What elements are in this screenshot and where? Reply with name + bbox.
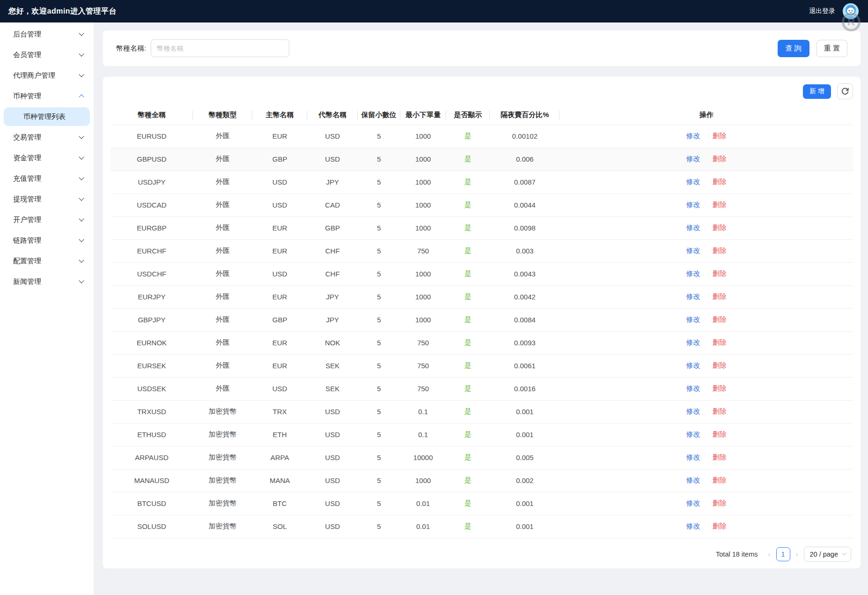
delete-link[interactable]: 删除 (713, 246, 727, 254)
cell-decimals: 5 (358, 469, 400, 492)
edit-link[interactable]: 修改 (686, 499, 700, 507)
cell-quote-currency: SEK (307, 377, 358, 400)
cell-decimals: 5 (358, 193, 400, 216)
edit-link[interactable]: 修改 (686, 430, 700, 438)
currency-name-input[interactable] (151, 39, 289, 57)
sidebar-item[interactable]: 后台管理 (0, 24, 94, 45)
sidebar-item[interactable]: 代理商户管理 (0, 65, 94, 86)
delete-link[interactable]: 删除 (713, 338, 727, 346)
cell-overnight-fee: 0.0087 (490, 171, 559, 193)
cell-min-order-qty: 1000 (400, 193, 446, 216)
sidebar-item-label: 链路管理 (13, 236, 41, 245)
edit-link[interactable]: 修改 (686, 476, 700, 484)
chevron-down-icon (79, 175, 84, 180)
cell-base-currency: USD (252, 262, 307, 285)
sidebar-item[interactable]: 会员管理 (0, 45, 94, 65)
edit-link[interactable]: 修改 (686, 384, 700, 392)
delete-link[interactable]: 删除 (713, 292, 727, 300)
edit-link[interactable]: 修改 (686, 132, 700, 140)
cell-decimals: 5 (358, 377, 400, 400)
edit-link[interactable]: 修改 (686, 223, 700, 231)
sidebar-subitem[interactable]: 币种管理列表 (4, 107, 90, 126)
sidebar-item[interactable]: 新闻管理 (0, 271, 94, 292)
edit-link[interactable]: 修改 (686, 453, 700, 461)
query-button[interactable]: 查 詢 (778, 40, 809, 57)
delete-link[interactable]: 删除 (713, 155, 727, 163)
delete-link[interactable]: 删除 (713, 384, 727, 392)
edit-link[interactable]: 修改 (686, 178, 700, 186)
edit-link[interactable]: 修改 (686, 338, 700, 346)
cell-decimals: 5 (358, 216, 400, 239)
sidebar-item[interactable]: 交易管理 (0, 127, 94, 148)
edit-link[interactable]: 修改 (686, 269, 700, 277)
cell-actions: 修改删除 (559, 400, 853, 423)
delete-link[interactable]: 删除 (713, 269, 727, 277)
edit-link[interactable]: 修改 (686, 315, 700, 323)
delete-link[interactable]: 删除 (713, 522, 727, 530)
cell-quote-currency: JPY (307, 308, 358, 331)
edit-link[interactable]: 修改 (686, 246, 700, 254)
prev-page-icon[interactable]: ‹ (767, 550, 772, 558)
cell-full-name: USDSEK (110, 377, 193, 400)
delete-link[interactable]: 删除 (713, 201, 727, 208)
cell-decimals: 5 (358, 354, 400, 377)
cell-actions: 修改删除 (559, 308, 853, 331)
sidebar-item[interactable]: 配置管理 (0, 251, 94, 271)
cell-quote-currency: USD (307, 492, 358, 515)
sidebar-item[interactable]: 提现管理 (0, 189, 94, 209)
cell-quote-currency: CAD (307, 193, 358, 216)
cell-full-name: SOLUSD (110, 515, 193, 538)
cell-type: 外匯 (193, 262, 252, 285)
sidebar-item[interactable]: 开户管理 (0, 209, 94, 230)
edit-link[interactable]: 修改 (686, 201, 700, 208)
cell-type: 外匯 (193, 308, 252, 331)
cell-full-name: EURCHF (110, 239, 193, 262)
col-min-order-qty: 最小下單量 (400, 106, 446, 125)
delete-link[interactable]: 删除 (713, 315, 727, 323)
cell-visible: 是 (446, 331, 490, 354)
delete-link[interactable]: 删除 (713, 132, 727, 140)
cell-full-name: EURNOK (110, 331, 193, 354)
delete-link[interactable]: 删除 (713, 178, 727, 186)
delete-link[interactable]: 删除 (713, 430, 727, 438)
cell-min-order-qty: 1000 (400, 308, 446, 331)
cell-base-currency: EUR (252, 331, 307, 354)
sidebar-item[interactable]: 资金管理 (0, 148, 94, 168)
next-page-icon[interactable]: › (795, 550, 799, 558)
add-button[interactable]: 新 增 (803, 84, 831, 99)
cell-base-currency: ARPA (252, 446, 307, 469)
edit-link[interactable]: 修改 (686, 155, 700, 163)
delete-link[interactable]: 删除 (713, 453, 727, 461)
cell-overnight-fee: 0.0016 (490, 377, 559, 400)
cell-decimals: 5 (358, 446, 400, 469)
refresh-button[interactable] (837, 83, 853, 99)
cell-min-order-qty: 750 (400, 377, 446, 400)
delete-link[interactable]: 删除 (713, 361, 727, 369)
edit-link[interactable]: 修改 (686, 407, 700, 415)
cell-base-currency: USD (252, 377, 307, 400)
page-size-select[interactable]: 20 / page (804, 547, 851, 562)
page-number-1[interactable]: 1 (776, 547, 790, 561)
edit-link[interactable]: 修改 (686, 292, 700, 300)
col-visible: 是否顯示 (446, 106, 490, 125)
cell-visible: 是 (446, 400, 490, 423)
cell-full-name: USDCHF (110, 262, 193, 285)
cell-decimals: 5 (358, 239, 400, 262)
reset-button[interactable]: 重 置 (817, 40, 847, 57)
delete-link[interactable]: 删除 (713, 407, 727, 415)
delete-link[interactable]: 删除 (713, 223, 727, 231)
edit-link[interactable]: 修改 (686, 522, 700, 530)
cell-min-order-qty: 750 (400, 354, 446, 377)
delete-link[interactable]: 删除 (713, 476, 727, 484)
chevron-down-icon (79, 72, 84, 77)
sidebar-item[interactable]: 充值管理 (0, 168, 94, 189)
edit-link[interactable]: 修改 (686, 361, 700, 369)
sidebar-item[interactable]: 币种管理 (0, 86, 94, 106)
sidebar-item[interactable]: 链路管理 (0, 230, 94, 251)
logout-button[interactable]: 退出登录 (809, 7, 835, 15)
delete-link[interactable]: 删除 (713, 499, 727, 507)
cell-full-name: GBPJPY (110, 308, 193, 331)
sidebar-item-label: 交易管理 (13, 133, 41, 142)
cell-actions: 修改删除 (559, 262, 853, 285)
cell-overnight-fee: 0.003 (490, 239, 559, 262)
